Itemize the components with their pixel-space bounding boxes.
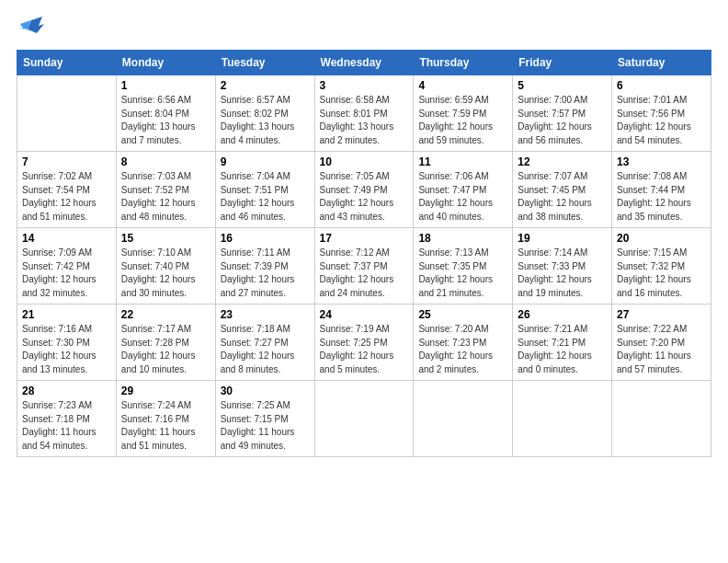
calendar-cell: 11 Sunrise: 7:06 AMSunset: 7:47 PMDaylig… [414, 152, 513, 228]
logo-bird-icon [18, 17, 44, 40]
calendar-cell: 28 Sunrise: 7:23 AMSunset: 7:18 PMDaylig… [17, 381, 117, 457]
day-number: 17 [320, 232, 409, 245]
cell-info: Sunrise: 7:22 AMSunset: 7:20 PMDaylight:… [617, 324, 691, 374]
day-number: 12 [518, 155, 607, 168]
day-number: 1 [121, 79, 210, 92]
header-row: Sunday Monday Tuesday Wednesday Thursday… [17, 51, 711, 75]
cell-info: Sunrise: 7:01 AMSunset: 7:56 PMDaylight:… [617, 95, 691, 145]
cell-info: Sunrise: 7:03 AMSunset: 7:52 PMDaylight:… [121, 171, 196, 222]
calendar-table: Sunday Monday Tuesday Wednesday Thursday… [17, 50, 711, 457]
day-number: 18 [418, 232, 507, 245]
calendar-cell: 25 Sunrise: 7:20 AMSunset: 7:23 PMDaylig… [414, 304, 513, 381]
cell-info: Sunrise: 6:59 AMSunset: 7:59 PMDaylight:… [418, 95, 493, 145]
day-number: 29 [121, 385, 210, 397]
day-number: 30 [221, 385, 310, 397]
calendar-cell [513, 381, 612, 457]
calendar-cell: 20 Sunrise: 7:15 AMSunset: 7:32 PMDaylig… [612, 228, 711, 304]
cell-info: Sunrise: 7:10 AMSunset: 7:40 PMDaylight:… [121, 247, 196, 298]
calendar-cell: 5 Sunrise: 7:00 AMSunset: 7:57 PMDayligh… [513, 75, 612, 152]
cell-info: Sunrise: 7:11 AMSunset: 7:39 PMDaylight:… [221, 247, 295, 298]
day-number: 25 [418, 308, 507, 321]
day-number: 10 [320, 155, 409, 168]
calendar-cell: 27 Sunrise: 7:22 AMSunset: 7:20 PMDaylig… [612, 304, 711, 381]
logo [17, 17, 44, 40]
cell-info: Sunrise: 7:12 AMSunset: 7:37 PMDaylight:… [320, 247, 394, 298]
cell-info: Sunrise: 7:00 AMSunset: 7:57 PMDaylight:… [518, 95, 592, 145]
calendar-week-row: 28 Sunrise: 7:23 AMSunset: 7:18 PMDaylig… [17, 381, 711, 457]
calendar-week-row: 7 Sunrise: 7:02 AMSunset: 7:54 PMDayligh… [17, 152, 711, 228]
calendar-cell [414, 381, 513, 457]
cell-info: Sunrise: 7:13 AMSunset: 7:35 PMDaylight:… [418, 247, 493, 298]
calendar-cell: 19 Sunrise: 7:14 AMSunset: 7:33 PMDaylig… [513, 228, 612, 304]
col-tuesday: Tuesday [215, 51, 314, 75]
day-number: 3 [320, 79, 409, 92]
calendar-cell: 15 Sunrise: 7:10 AMSunset: 7:40 PMDaylig… [116, 228, 215, 304]
cell-info: Sunrise: 7:24 AMSunset: 7:16 PMDaylight:… [121, 400, 196, 451]
calendar-cell: 14 Sunrise: 7:09 AMSunset: 7:42 PMDaylig… [17, 228, 117, 304]
day-number: 11 [418, 155, 507, 168]
svg-marker-0 [28, 17, 44, 33]
cell-info: Sunrise: 7:18 AMSunset: 7:27 PMDaylight:… [221, 324, 295, 374]
cell-info: Sunrise: 7:04 AMSunset: 7:51 PMDaylight:… [221, 171, 295, 222]
day-number: 27 [617, 308, 706, 321]
calendar-cell: 21 Sunrise: 7:16 AMSunset: 7:30 PMDaylig… [17, 304, 117, 381]
col-monday: Monday [116, 51, 215, 75]
day-number: 6 [617, 79, 706, 92]
cell-info: Sunrise: 7:06 AMSunset: 7:47 PMDaylight:… [418, 171, 493, 222]
cell-info: Sunrise: 6:58 AMSunset: 8:01 PMDaylight:… [320, 95, 394, 145]
cell-info: Sunrise: 7:05 AMSunset: 7:49 PMDaylight:… [320, 171, 394, 222]
day-number: 4 [418, 79, 507, 92]
cell-info: Sunrise: 7:20 AMSunset: 7:23 PMDaylight:… [418, 324, 493, 374]
calendar-week-row: 21 Sunrise: 7:16 AMSunset: 7:30 PMDaylig… [17, 304, 711, 381]
day-number: 13 [617, 155, 706, 168]
day-number: 19 [518, 232, 607, 245]
cell-info: Sunrise: 7:15 AMSunset: 7:32 PMDaylight:… [617, 247, 691, 298]
cell-info: Sunrise: 6:57 AMSunset: 8:02 PMDaylight:… [221, 95, 295, 145]
page: Sunday Monday Tuesday Wednesday Thursday… [0, 0, 728, 563]
calendar-cell: 18 Sunrise: 7:13 AMSunset: 7:35 PMDaylig… [414, 228, 513, 304]
col-thursday: Thursday [414, 51, 513, 75]
cell-info: Sunrise: 7:02 AMSunset: 7:54 PMDaylight:… [22, 171, 97, 222]
calendar-cell: 29 Sunrise: 7:24 AMSunset: 7:16 PMDaylig… [116, 381, 215, 457]
col-sunday: Sunday [17, 51, 117, 75]
cell-info: Sunrise: 7:23 AMSunset: 7:18 PMDaylight:… [22, 400, 97, 451]
calendar-cell: 1 Sunrise: 6:56 AMSunset: 8:04 PMDayligh… [116, 75, 215, 152]
cell-info: Sunrise: 7:08 AMSunset: 7:44 PMDaylight:… [617, 171, 691, 222]
day-number: 22 [121, 308, 210, 321]
calendar-cell: 23 Sunrise: 7:18 AMSunset: 7:27 PMDaylig… [215, 304, 314, 381]
calendar-cell: 6 Sunrise: 7:01 AMSunset: 7:56 PMDayligh… [612, 75, 711, 152]
col-wednesday: Wednesday [314, 51, 414, 75]
day-number: 5 [518, 79, 607, 92]
calendar-cell: 24 Sunrise: 7:19 AMSunset: 7:25 PMDaylig… [314, 304, 414, 381]
day-number: 14 [22, 232, 111, 245]
day-number: 2 [221, 79, 310, 92]
calendar-cell [612, 381, 711, 457]
calendar-cell: 9 Sunrise: 7:04 AMSunset: 7:51 PMDayligh… [215, 152, 314, 228]
calendar-cell: 30 Sunrise: 7:25 AMSunset: 7:15 PMDaylig… [215, 381, 314, 457]
calendar-cell: 22 Sunrise: 7:17 AMSunset: 7:28 PMDaylig… [116, 304, 215, 381]
cell-info: Sunrise: 7:14 AMSunset: 7:33 PMDaylight:… [518, 247, 592, 298]
calendar-cell: 7 Sunrise: 7:02 AMSunset: 7:54 PMDayligh… [17, 152, 117, 228]
calendar-cell [314, 381, 414, 457]
calendar-cell: 26 Sunrise: 7:21 AMSunset: 7:21 PMDaylig… [513, 304, 612, 381]
cell-info: Sunrise: 7:16 AMSunset: 7:30 PMDaylight:… [22, 324, 97, 374]
cell-info: Sunrise: 7:09 AMSunset: 7:42 PMDaylight:… [22, 247, 97, 298]
cell-info: Sunrise: 7:07 AMSunset: 7:45 PMDaylight:… [518, 171, 592, 222]
cell-info: Sunrise: 7:25 AMSunset: 7:15 PMDaylight:… [221, 400, 295, 451]
calendar-cell: 4 Sunrise: 6:59 AMSunset: 7:59 PMDayligh… [414, 75, 513, 152]
day-number: 7 [22, 155, 111, 168]
col-saturday: Saturday [612, 51, 711, 75]
day-number: 20 [617, 232, 706, 245]
cell-info: Sunrise: 7:19 AMSunset: 7:25 PMDaylight:… [320, 324, 394, 374]
day-number: 24 [320, 308, 409, 321]
calendar-cell [17, 75, 117, 152]
calendar-cell: 3 Sunrise: 6:58 AMSunset: 8:01 PMDayligh… [314, 75, 414, 152]
day-number: 26 [518, 308, 607, 321]
calendar-cell: 2 Sunrise: 6:57 AMSunset: 8:02 PMDayligh… [215, 75, 314, 152]
day-number: 15 [121, 232, 210, 245]
calendar-cell: 13 Sunrise: 7:08 AMSunset: 7:44 PMDaylig… [612, 152, 711, 228]
cell-info: Sunrise: 7:17 AMSunset: 7:28 PMDaylight:… [121, 324, 196, 374]
day-number: 23 [221, 308, 310, 321]
header [17, 17, 711, 40]
col-friday: Friday [513, 51, 612, 75]
